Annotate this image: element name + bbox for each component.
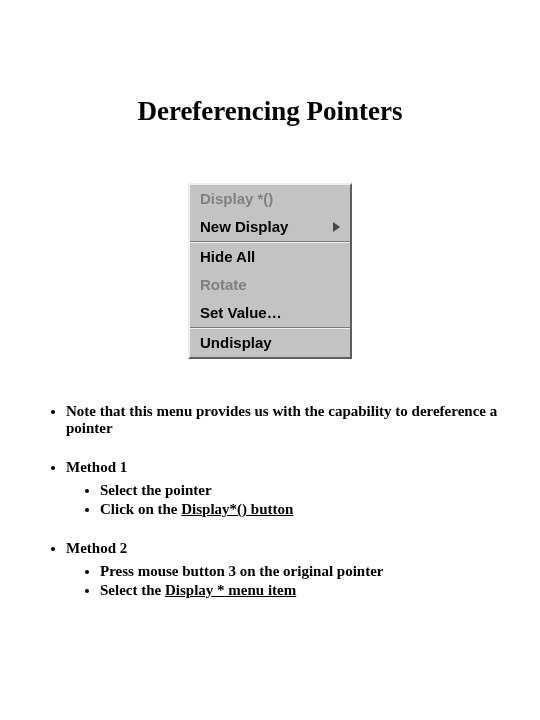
sub-bullet: Click on the Display*() button [100, 501, 500, 518]
menu-item-hide-all[interactable]: Hide All [190, 243, 350, 271]
title-wrap: Dereferencing Pointers [40, 0, 500, 127]
bullet-method-2: Method 2 Press mouse button 3 on the ori… [66, 540, 500, 599]
menu-item-new-display[interactable]: New Display [190, 213, 350, 241]
action-display-star-fn-button: Display*() button [181, 501, 293, 517]
menu-segment-1: Display *() New Display [190, 185, 350, 242]
chevron-right-icon [333, 222, 340, 232]
menu-item-display-star-fn[interactable]: Display *() [190, 185, 350, 213]
sub-bullet-text: Press mouse button 3 on the original poi… [100, 563, 383, 579]
menu-segment-2: Hide All Rotate Set Value… [190, 242, 350, 328]
sub-bullet-list: Select the pointer Click on the Display*… [66, 482, 500, 518]
bullet-list: Note that this menu provides us with the… [40, 403, 500, 599]
bullet-method-1: Method 1 Select the pointer Click on the… [66, 459, 500, 518]
menu-item-set-value[interactable]: Set Value… [190, 299, 350, 327]
menu-wrap: Display *() New Display Hide All Rotate … [40, 183, 500, 359]
sub-bullet-prefix: Click on the [100, 501, 181, 517]
menu-item-rotate[interactable]: Rotate [190, 271, 350, 299]
sub-bullet-prefix: Select the [100, 582, 165, 598]
sub-bullet-list: Press mouse button 3 on the original poi… [66, 563, 500, 599]
action-display-star-menu-item: Display * menu item [165, 582, 296, 598]
menu-item-label: Set Value… [200, 304, 282, 322]
menu-item-label: Display *() [200, 190, 273, 208]
menu-item-label: Undisplay [200, 334, 272, 352]
page-title: Dereferencing Pointers [137, 96, 402, 127]
sub-bullet-text: Select the pointer [100, 482, 212, 498]
menu-item-label: Hide All [200, 248, 255, 266]
bullet-text: Note that this menu provides us with the… [66, 403, 497, 436]
sub-bullet: Select the Display * menu item [100, 582, 500, 599]
sub-bullet: Select the pointer [100, 482, 500, 499]
menu-item-undisplay[interactable]: Undisplay [190, 329, 350, 357]
menu-item-label: Rotate [200, 276, 247, 294]
sub-bullet: Press mouse button 3 on the original poi… [100, 563, 500, 580]
context-menu: Display *() New Display Hide All Rotate … [188, 183, 352, 359]
notes: Note that this menu provides us with the… [40, 403, 500, 599]
bullet-note: Note that this menu provides us with the… [66, 403, 500, 437]
menu-item-label: New Display [200, 218, 288, 236]
slide: Dereferencing Pointers Display *() New D… [0, 0, 540, 720]
bullet-lead: Method 2 [66, 540, 127, 556]
bullet-lead: Method 1 [66, 459, 127, 475]
menu-segment-3: Undisplay [190, 328, 350, 357]
